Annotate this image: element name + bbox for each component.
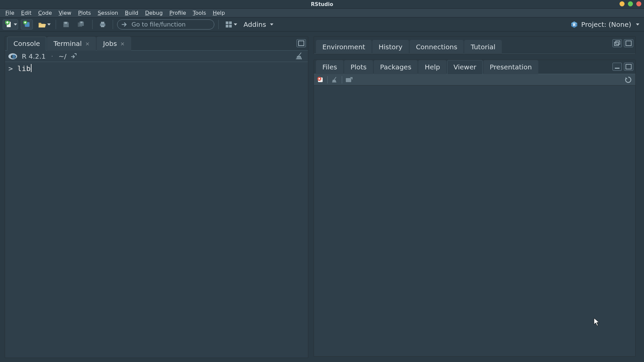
close-icon[interactable]: × (85, 41, 90, 47)
pane-minimize-button[interactable] (612, 63, 622, 71)
addins-button[interactable]: Addins (241, 20, 276, 28)
pane-restore-button[interactable] (612, 39, 622, 47)
chevron-down-icon (14, 23, 17, 25)
menu-tools[interactable]: Tools (190, 9, 209, 17)
save-icon (62, 21, 70, 28)
chevron-down-icon (234, 23, 237, 25)
tab-packages[interactable]: Packages (374, 60, 418, 74)
viewer-refresh-button[interactable] (624, 76, 633, 84)
open-file-button[interactable] (36, 19, 52, 29)
popup-icon[interactable] (70, 52, 77, 60)
export-icon (345, 77, 353, 83)
tab-label: Tutorial (471, 43, 495, 51)
tab-label: Viewer (453, 63, 476, 71)
viewer-clear-button[interactable] (330, 76, 339, 84)
tab-label: History (379, 43, 402, 51)
workspace: Console Terminal × Jobs × (0, 32, 644, 362)
svg-text:R: R (12, 54, 16, 60)
console-body[interactable]: > lib (5, 62, 308, 358)
new-file-icon (5, 21, 12, 28)
tab-history[interactable]: History (372, 40, 409, 54)
pane-maximize-button[interactable] (297, 39, 306, 47)
svg-rect-18 (299, 41, 304, 46)
pane-max-icon (298, 41, 304, 46)
menu-code[interactable]: Code (35, 9, 55, 17)
menu-profile[interactable]: Profile (166, 9, 190, 17)
menu-view[interactable]: View (55, 9, 75, 17)
print-button[interactable] (97, 19, 109, 29)
svg-rect-15 (226, 25, 228, 27)
svg-rect-11 (101, 22, 104, 24)
menu-session[interactable]: Session (94, 9, 121, 17)
tab-environment[interactable]: Environment (316, 40, 372, 54)
clear-console-button[interactable] (295, 54, 305, 62)
menu-plots[interactable]: Plots (75, 9, 95, 17)
tab-tutorial[interactable]: Tutorial (464, 40, 502, 54)
toolbar-separator (92, 20, 93, 29)
menu-help[interactable]: Help (209, 9, 228, 17)
tab-files[interactable]: Files (316, 60, 343, 74)
viewer-export-button[interactable] (345, 76, 354, 84)
tab-console[interactable]: Console (7, 37, 46, 51)
pane-max-icon (626, 41, 632, 46)
separator-dot: · (51, 52, 53, 60)
toolbar-separator (113, 20, 113, 29)
menu-build[interactable]: Build (121, 9, 142, 17)
tab-help[interactable]: Help (418, 60, 446, 74)
svg-text:R: R (573, 23, 576, 27)
save-all-button[interactable] (75, 19, 88, 29)
tab-label: Jobs (103, 40, 117, 48)
maximize-button[interactable] (628, 1, 633, 6)
goto-arrow-icon (121, 21, 128, 28)
svg-rect-3 (6, 22, 9, 22)
pane-max-icon (626, 64, 632, 69)
minimize-button[interactable] (620, 1, 625, 6)
pane-maximize-button[interactable] (624, 39, 633, 47)
refresh-icon (625, 76, 632, 83)
goto-file-function-input[interactable]: Go to file/function (117, 19, 214, 29)
svg-rect-26 (626, 64, 631, 69)
menu-edit[interactable]: Edit (18, 9, 35, 17)
new-project-button[interactable] (21, 19, 33, 29)
tab-jobs[interactable]: Jobs × (97, 37, 131, 51)
chevron-down-icon (47, 23, 51, 25)
menu-file[interactable]: File (2, 9, 18, 17)
menu-debug[interactable]: Debug (142, 9, 166, 17)
close-icon[interactable]: × (120, 41, 125, 47)
broom-small-icon (331, 76, 338, 83)
tab-label: Connections (416, 43, 458, 51)
console-panel: Console Terminal × Jobs × (5, 36, 308, 358)
new-project-icon (23, 21, 31, 28)
pane-maximize-button[interactable] (624, 63, 633, 71)
toolbar-separator (218, 20, 219, 29)
close-button[interactable] (636, 1, 641, 6)
tab-viewer[interactable]: Viewer (447, 60, 483, 74)
toolbar-separator (327, 76, 328, 83)
window-controls (620, 1, 641, 6)
svg-rect-8 (64, 22, 67, 24)
print-icon (99, 21, 106, 28)
tab-label: Console (13, 40, 40, 48)
svg-rect-14 (229, 21, 232, 24)
svg-rect-24 (626, 41, 631, 46)
open-folder-icon (38, 21, 46, 28)
project-selector[interactable]: R Project: (None) (569, 20, 641, 28)
tab-presentation[interactable]: Presentation (483, 60, 538, 74)
r-logo-icon: R (8, 53, 18, 60)
save-button[interactable] (60, 19, 72, 29)
new-file-button[interactable] (3, 19, 18, 29)
tab-label: Help (425, 63, 440, 71)
working-directory: ~/ (59, 52, 67, 60)
svg-rect-9 (80, 21, 83, 23)
top-right-tabrow: Environment History Connections Tutorial (314, 37, 635, 54)
titlebar: RStudio (0, 0, 644, 9)
tab-connections[interactable]: Connections (410, 40, 464, 54)
tab-label: Terminal (53, 40, 82, 48)
tab-label: Files (322, 63, 337, 71)
tab-terminal[interactable]: Terminal × (47, 37, 96, 51)
grid-tools-button[interactable] (223, 19, 238, 29)
tab-plots[interactable]: Plots (344, 60, 373, 74)
pane-min-icon (614, 64, 620, 69)
viewer-remove-button[interactable] (316, 76, 325, 84)
bottom-right-tabrow: Files Plots Packages Help Viewer Present… (314, 60, 635, 74)
